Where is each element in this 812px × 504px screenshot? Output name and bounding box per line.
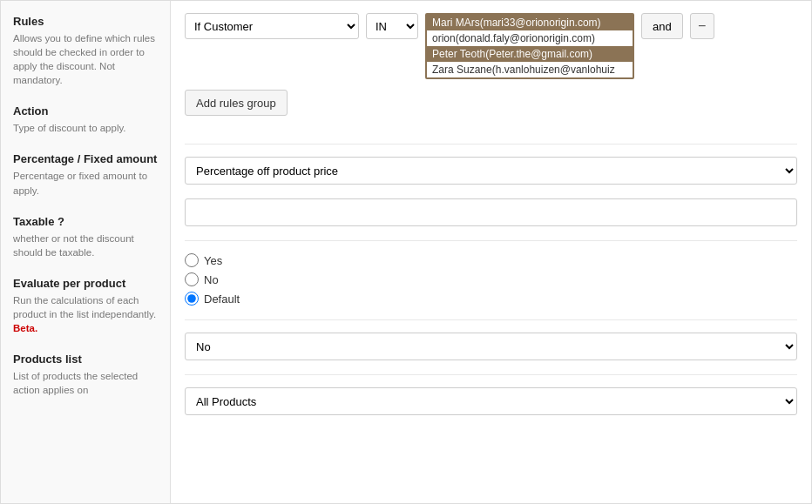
add-rules-group-button[interactable]: Add rules group xyxy=(185,90,288,116)
rules-desc: Allows you to define which rules should … xyxy=(13,31,158,87)
left-panel: Rules Allows you to define which rules s… xyxy=(1,1,171,503)
divider-2 xyxy=(185,240,797,241)
evaluate-select[interactable]: No Yes xyxy=(185,333,797,360)
divider-3 xyxy=(185,319,797,320)
evaluate-desc: Run the calculations of each product in … xyxy=(13,293,158,335)
taxable-no-text: No xyxy=(204,273,219,286)
evaluate-section: Evaluate per product Run the calculation… xyxy=(13,277,158,335)
action-select[interactable]: Percentage off product price Fixed amoun… xyxy=(185,157,797,185)
divider-1 xyxy=(185,144,797,144)
rules-section: Rules Allows you to define which rules s… xyxy=(13,15,158,87)
customer-item-1[interactable]: orion(donald.faly@orionorigin.com) xyxy=(427,30,633,46)
taxable-yes-radio[interactable] xyxy=(185,253,199,267)
in-select[interactable]: IN NOT IN xyxy=(366,13,418,39)
action-title: Action xyxy=(13,104,158,118)
taxable-yes-label[interactable]: Yes xyxy=(185,253,797,267)
percentage-input[interactable] xyxy=(185,198,797,226)
evaluate-beta: Beta. xyxy=(13,323,37,333)
right-panel: If Customer If Product If Category IN NO… xyxy=(171,1,811,503)
rules-title: Rules xyxy=(13,15,158,28)
evaluate-title: Evaluate per product xyxy=(13,277,158,290)
taxable-default-text: Default xyxy=(204,292,240,306)
percentage-section: Percentage / Fixed amount Percentage or … xyxy=(13,152,158,197)
customer-item-3[interactable]: Zara Suzane(h.vanlohuizen@vanlohuiz xyxy=(427,62,633,77)
percentage-desc: Percentage or fixed amount to apply. xyxy=(13,169,158,197)
products-field-section: All Products Specific Products xyxy=(185,387,797,415)
customer-item-2[interactable]: Peter Teoth(Peter.the@gmail.com) xyxy=(427,46,633,62)
customers-listbox: Mari MArs(mari33@orionorigin.com) orion(… xyxy=(425,13,634,79)
minus-icon: − xyxy=(698,18,706,34)
taxable-no-radio[interactable] xyxy=(185,272,199,286)
customer-item-0[interactable]: Mari MArs(mari33@orionorigin.com) xyxy=(427,15,633,30)
taxable-yes-text: Yes xyxy=(204,254,222,267)
evaluate-field-section: No Yes xyxy=(185,333,797,360)
products-desc: List of products the selected action app… xyxy=(13,369,158,397)
action-section: Action Type of discount to apply. xyxy=(13,104,158,135)
products-section: Products list List of products the selec… xyxy=(13,353,158,397)
taxable-section: Taxable ? whether or not the discount sh… xyxy=(13,215,158,259)
percentage-title: Percentage / Fixed amount xyxy=(13,152,158,165)
action-field-section: Percentage off product price Fixed amoun… xyxy=(185,157,797,185)
taxable-default-label[interactable]: Default xyxy=(185,292,797,306)
percentage-field-section xyxy=(185,198,797,226)
taxable-default-radio[interactable] xyxy=(185,292,199,306)
divider-4 xyxy=(185,374,797,375)
taxable-radio-group: Yes No Default xyxy=(185,253,797,306)
add-rules-group-section: Add rules group xyxy=(185,90,797,130)
rule-row: If Customer If Product If Category IN NO… xyxy=(185,13,797,79)
main-container: Rules Allows you to define which rules s… xyxy=(0,0,812,504)
products-title: Products list xyxy=(13,353,158,366)
if-customer-select[interactable]: If Customer If Product If Category xyxy=(185,13,359,39)
and-button[interactable]: and xyxy=(641,13,683,39)
taxable-title: Taxable ? xyxy=(13,215,158,228)
products-select[interactable]: All Products Specific Products xyxy=(185,387,797,415)
action-desc: Type of discount to apply. xyxy=(13,121,158,135)
taxable-no-label[interactable]: No xyxy=(185,272,797,286)
taxable-desc: whether or not the discount should be ta… xyxy=(13,232,158,259)
remove-rule-button[interactable]: − xyxy=(690,13,714,39)
